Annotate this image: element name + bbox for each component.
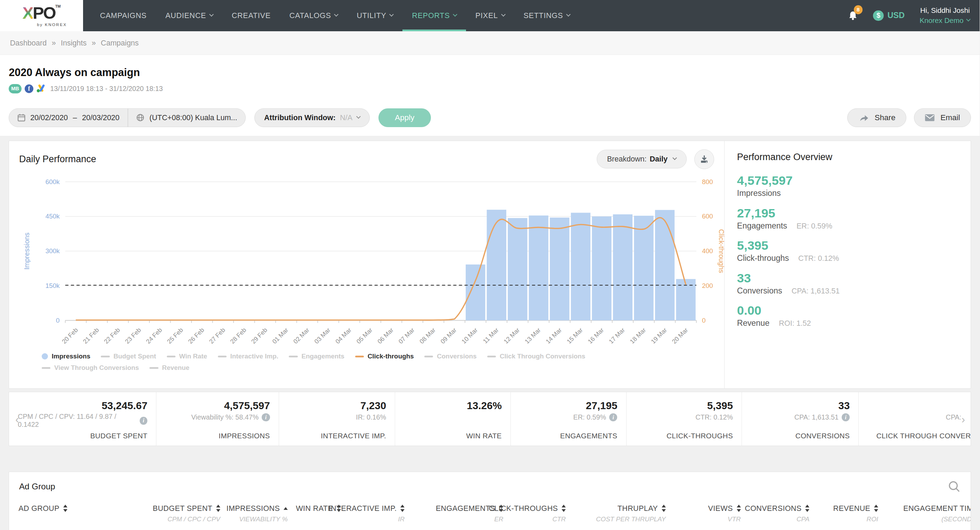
- search-icon[interactable]: [948, 480, 961, 493]
- column-sub-label: COST PER THRUPLAY: [596, 516, 666, 523]
- column-header-revenue[interactable]: REVENUEROI: [812, 504, 881, 523]
- attribution-value: N/A: [340, 113, 352, 122]
- metric-sub: CTR: 0.12%: [695, 413, 733, 422]
- legend-item-revenue[interactable]: Revenue: [150, 364, 189, 371]
- legend-item-win-rate[interactable]: Win Rate: [167, 352, 207, 360]
- metric-sub-text: IR: 0.16%: [356, 413, 386, 421]
- carousel-next-icon[interactable]: ›: [962, 413, 965, 425]
- breadcrumb-item-campaigns[interactable]: Campaigns: [101, 38, 138, 48]
- column-header-engagement-time[interactable]: ENGAGEMENT TIME(SECONDS): [881, 504, 970, 523]
- top-nav: XPOTM by KNOREX CAMPAIGNSAUDIENCECREATIV…: [0, 0, 980, 31]
- nav-right: 8 $ USD Hi, Siddhi Joshi Knorex Demo: [848, 0, 980, 31]
- svg-text:07 Mar: 07 Mar: [397, 327, 416, 345]
- account-menu[interactable]: Hi, Siddhi Joshi Knorex Demo: [920, 6, 970, 26]
- notifications-bell[interactable]: 8: [848, 10, 858, 23]
- sort-desc-icon: [737, 509, 741, 512]
- nav-item-label: AUDIENCE: [165, 11, 206, 20]
- chart-canvas[interactable]: 00150k200300k400450k600600k80020 Feb21 F…: [9, 171, 724, 353]
- column-header-top: CLICK-THROUGHS: [488, 504, 566, 513]
- email-button[interactable]: Email: [914, 108, 971, 127]
- column-label: WIN RATE: [296, 504, 333, 513]
- metric-label: CLICK THROUGH CONVERSIONS: [877, 432, 971, 440]
- metric-value: 53,245.67: [102, 399, 147, 412]
- metric-budget-spent: 53,245.67CPM / CPC / CPV: 11.64 / 9.87 /…: [18, 392, 156, 446]
- breadcrumb-separator: »: [52, 38, 56, 48]
- nav-item-reports[interactable]: REPORTS: [402, 0, 466, 31]
- svg-text:200: 200: [702, 282, 713, 289]
- stat-value: 5,395: [737, 238, 964, 254]
- sort-desc-icon: [562, 509, 566, 512]
- metric-value: 33: [838, 399, 850, 412]
- svg-text:0: 0: [56, 316, 60, 324]
- share-button[interactable]: Share: [847, 108, 906, 127]
- timezone-selector[interactable]: (UTC+08:00) Kuala Lum...: [128, 109, 245, 127]
- carousel-prev-icon[interactable]: ‹: [15, 413, 19, 425]
- column-header-click-throughs[interactable]: CLICK-THROUGHSCTR: [506, 504, 568, 523]
- column-header-top: THRUPLAY: [617, 504, 666, 513]
- legend-item-click-through-conversions[interactable]: Click Through Conversions: [487, 352, 585, 360]
- legend-item-click-throughs[interactable]: Click-throughs: [355, 352, 414, 360]
- date-timezone-pill: 20/02/2020 – 20/03/2020 (UTC+08:00) Kual…: [9, 108, 246, 127]
- info-icon[interactable]: i: [609, 413, 617, 421]
- stat-label: Click-throughs: [737, 254, 789, 263]
- xpo-logo[interactable]: XPOTM by KNOREX: [0, 0, 83, 31]
- svg-text:01 Mar: 01 Mar: [271, 327, 290, 345]
- info-icon[interactable]: i: [262, 413, 270, 421]
- svg-text:02 Mar: 02 Mar: [292, 327, 311, 345]
- legend-item-budget-spent[interactable]: Budget Spent: [101, 352, 156, 360]
- nav-item-audience[interactable]: AUDIENCE: [156, 0, 223, 31]
- info-icon[interactable]: i: [842, 413, 850, 421]
- legend-item-impressions[interactable]: Impressions: [42, 352, 91, 360]
- nav-menu: CAMPAIGNSAUDIENCECREATIVECATALOGSUTILITY…: [91, 0, 579, 31]
- nav-item-settings[interactable]: SETTINGS: [514, 0, 579, 31]
- nav-item-creative[interactable]: CREATIVE: [223, 0, 280, 31]
- column-header-thruplay[interactable]: THRUPLAYCOST PER THRUPLAY: [568, 504, 668, 523]
- download-chart-button[interactable]: [694, 149, 714, 170]
- breadcrumb-separator: »: [92, 38, 96, 48]
- column-header-interactive-imp[interactable]: INTERACTIVE IMP.IR: [344, 504, 407, 523]
- metric-label: BUDGET SPENT: [91, 432, 148, 440]
- info-icon[interactable]: i: [140, 417, 148, 425]
- breadcrumb: Dashboard»Insights»Campaigns: [0, 31, 980, 55]
- legend-item-interactive-imp[interactable]: Interactive Imp.: [218, 352, 278, 360]
- breadcrumb-item-dashboard[interactable]: Dashboard: [10, 38, 47, 48]
- metric-value: 13.26%: [467, 399, 502, 412]
- breadcrumb-item-insights[interactable]: Insights: [61, 38, 86, 48]
- legend-item-conversions[interactable]: Conversions: [424, 352, 476, 360]
- legend-item-view-through-conversions[interactable]: View Through Conversions: [42, 364, 139, 371]
- column-header-ad-group[interactable]: AD GROUP: [18, 504, 112, 523]
- ad-group-table-header: AD GROUPBUDGET SPENTCPM / CPC / CPVIMPRE…: [9, 499, 970, 523]
- attribution-label: Attribution Window:: [264, 113, 336, 122]
- apply-button[interactable]: Apply: [379, 108, 431, 127]
- sort-asc-icon: [874, 505, 878, 508]
- nav-item-utility[interactable]: UTILITY: [347, 0, 402, 31]
- nav-item-label: CAMPAIGNS: [100, 11, 146, 20]
- stat-label-line: ConversionsCPA: 1,613.51: [737, 286, 964, 295]
- svg-text:13 Mar: 13 Mar: [523, 327, 542, 345]
- sort-asc-icon: [63, 505, 67, 508]
- stat-label-line: RevenueROI: 1.52: [737, 319, 964, 328]
- svg-text:25 Feb: 25 Feb: [166, 327, 185, 345]
- legend-item-engagements[interactable]: Engagements: [289, 352, 344, 360]
- breakdown-value: Daily: [650, 155, 668, 163]
- currency-selector[interactable]: $ USD: [873, 10, 905, 21]
- column-header-views[interactable]: VIEWSVTR: [668, 504, 743, 523]
- nav-item-campaigns[interactable]: CAMPAIGNS: [91, 0, 156, 31]
- nav-item-label: UTILITY: [356, 11, 386, 20]
- dollar-icon: $: [873, 10, 884, 21]
- svg-text:300k: 300k: [46, 247, 60, 255]
- date-range-picker[interactable]: 20/02/2020 – 20/03/2020: [9, 109, 127, 127]
- sort-asc-icon: [216, 505, 220, 508]
- column-header-budget-spent[interactable]: BUDGET SPENTCPM / CPC / CPV: [112, 504, 223, 523]
- nav-item-pixel[interactable]: PIXEL: [466, 0, 514, 31]
- nav-item-catalogs[interactable]: CATALOGS: [280, 0, 347, 31]
- column-header-impressions[interactable]: IMPRESSIONSVIEWABILITY %: [223, 504, 290, 523]
- svg-text:08 Mar: 08 Mar: [418, 327, 437, 345]
- attribution-window-selector[interactable]: Attribution Window: N/A: [255, 108, 370, 127]
- legend-label: View Through Conversions: [54, 364, 139, 371]
- chevron-down-icon: [501, 12, 506, 17]
- breakdown-selector[interactable]: Breakdown: Daily: [597, 150, 687, 168]
- metric-sub: CPA:: [946, 413, 971, 422]
- overview-stat-impressions: 4,575,597Impressions: [737, 173, 964, 198]
- column-header-conversions[interactable]: CONVERSIONSCPA: [743, 504, 812, 523]
